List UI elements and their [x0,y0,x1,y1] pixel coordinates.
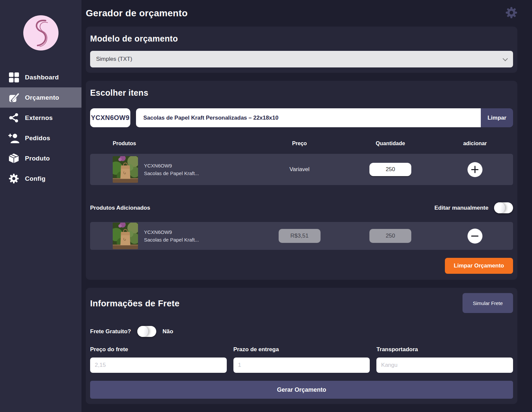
free-freight-toggle[interactable] [137,326,156,337]
s-monogram-logo [24,16,58,50]
minus-icon [471,236,478,237]
clear-quote-button[interactable]: Limpar Orçamento [445,258,513,274]
sidebar-item-label: Externos [25,114,53,122]
box-icon [8,153,20,164]
sidebar-item-dashboard[interactable]: Dashboard [0,67,81,87]
sidebar-nav: Dashboard Orçamento Externo [0,67,81,189]
main-content: Gerador de orçamento Modelo de orçamento… [81,0,532,412]
freight-card-title: Informações de Frete [90,298,180,309]
toggle-thumb [494,202,505,213]
freight-card: Informações de Frete Simular Frete Frete… [86,288,517,404]
column-header-produtos: Produtos [90,141,255,147]
table-row: YCXN6OW9 Sacolas de Papel Kraft... Varia… [90,154,513,185]
page-title: Gerador de orçamento [86,8,188,19]
column-header-adicionar: adicionar [437,141,513,147]
freight-price-label: Preço do frete [90,346,227,353]
sidebar-item-label: Produto [25,155,50,162]
product-image [113,223,138,249]
delivery-time-input[interactable] [233,358,370,373]
items-card-title: Escolher itens [90,88,513,98]
sidebar: Dashboard Orçamento Externo [0,0,81,412]
edit-icon [8,92,20,103]
product-search-row: YCXN6OW9 Limpar [90,108,513,127]
delivery-time-label: Prazo de entrega [233,346,370,353]
sidebar-item-label: Config [25,175,46,182]
share-icon [8,113,20,123]
added-quantity-input [369,229,411,243]
product-code-badge: YCXN6OW9 [90,108,130,127]
sidebar-item-label: Pedidos [25,135,50,142]
table-row: YCXN6OW9 Sacolas de Papel Kraft... [90,222,513,250]
product-search-input[interactable] [136,108,481,127]
topbar: Gerador de orçamento [86,0,517,27]
freight-price-input[interactable] [90,358,227,373]
added-products-title: Produtos Adicionados [90,205,150,211]
model-card: Modelo de orçamento Simples (TXT) [86,27,517,73]
model-select[interactable]: Simples (TXT) [90,51,513,67]
product-image [113,156,138,183]
added-price-input [279,229,321,243]
generate-quote-button[interactable]: Gerar Orçamento [90,381,513,399]
carrier-input[interactable] [376,358,513,373]
quantity-input[interactable] [369,163,411,176]
simulate-freight-button[interactable]: Simular Frete [463,293,513,313]
sidebar-item-externos[interactable]: Externos [0,108,81,128]
remove-product-button[interactable] [467,229,482,244]
sidebar-item-pedidos[interactable]: Pedidos [0,128,81,148]
clear-search-button[interactable]: Limpar [481,108,513,127]
sidebar-item-label: Orçamento [25,94,59,101]
add-product-button[interactable] [467,162,482,177]
added-products-header: Produtos Adicionados Editar manualmente [90,202,513,213]
grid-icon [8,72,20,83]
edit-manually-label: Editar manualmente [435,205,489,211]
free-freight-state: Não [163,328,173,335]
items-card: Escolher itens YCXN6OW9 Limpar Produtos … [86,81,517,280]
user-plus-icon [8,133,20,144]
model-card-title: Modelo de orçamento [90,34,513,44]
free-freight-row: Frete Gratuito? Não [90,326,513,337]
gear-icon [8,173,20,184]
column-header-quantidade: Quantidade [344,141,437,147]
freight-fields: Preço do frete Prazo de entrega Transpor… [90,346,513,373]
product-name: YCXN6OW9 Sacolas de Papel Kraft... [144,162,199,177]
column-header-preco: Preço [255,141,344,147]
products-table-header: Produtos Preço Quantidade adicionar [90,141,513,147]
brand-logo[interactable] [23,15,59,51]
toggle-thumb [137,326,148,337]
sidebar-item-config[interactable]: Config [0,168,81,189]
chevron-down-icon [503,56,508,61]
product-price: Variavel [255,166,344,173]
carrier-label: Transportadora [376,346,513,353]
sidebar-item-produto[interactable]: Produto [0,148,81,168]
settings-gear-icon[interactable] [505,7,517,20]
model-select-value: Simples (TXT) [96,56,132,62]
sidebar-item-orcamento[interactable]: Orçamento [0,87,81,108]
free-freight-label: Frete Gratuito? [90,328,131,335]
sidebar-item-label: Dashboard [25,74,59,81]
product-name: YCXN6OW9 Sacolas de Papel Kraft... [144,228,199,244]
edit-manually-toggle[interactable] [494,202,513,213]
